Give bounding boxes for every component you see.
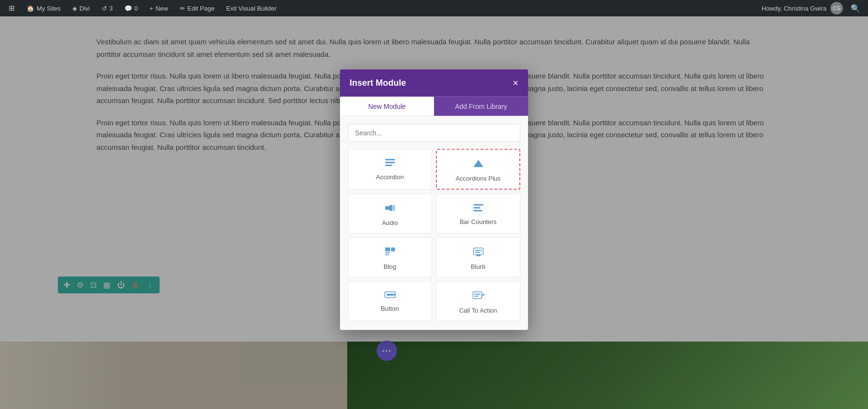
module-search-input[interactable] [348,123,520,142]
search-icon[interactable]: 🔍 [847,4,864,13]
svg-rect-18 [475,295,478,296]
wordpress-icon: ⊞ [9,4,15,13]
accordions-plus-icon [473,158,484,171]
module-audio[interactable]: Audio [348,193,432,233]
module-call-to-action[interactable]: Call To Action [436,281,520,321]
comments-icon: 💬 [124,5,132,12]
tab-add-from-library[interactable]: Add From Library [434,96,528,116]
tab-new-module[interactable]: New Module [340,96,434,116]
modal-close-button[interactable]: × [513,78,518,88]
my-sites-icon: 🏠 [27,5,34,12]
svg-rect-10 [391,247,395,251]
nav-comments[interactable]: 💬 0 [120,0,143,16]
audio-label: Audio [382,219,398,226]
svg-rect-17 [475,293,480,294]
nav-edit-page[interactable]: ✏ Edit Page [175,0,219,16]
bar-counters-icon [473,202,484,214]
svg-rect-9 [385,254,389,255]
call-to-action-label: Call To Action [459,306,497,314]
svg-rect-1 [385,161,395,163]
exit-vb-label: Exit Visual Builder [226,5,277,12]
svg-rect-15 [387,293,393,295]
top-navbar: ⊞ 🏠 My Sites ◈ Divi ↺ 3 💬 0 + New ✏ Edit… [0,0,868,16]
svg-rect-0 [385,158,395,160]
button-icon [384,290,396,301]
user-greeting: Howdy, Christina Gwira [761,5,827,12]
divi-icon: ◈ [72,5,77,12]
revisions-count: 3 [109,5,113,12]
modal-tabs: New Module Add From Library [340,96,528,116]
modal-body: Accordion Accordions Plus [340,116,528,330]
svg-rect-7 [385,247,390,251]
edit-icon: ✏ [180,5,185,12]
avatar[interactable]: CG [830,2,843,14]
svg-rect-6 [474,210,482,211]
blog-label: Blog [383,263,396,270]
accordion-label: Accordion [376,173,404,180]
svg-rect-11 [474,248,483,254]
accordion-icon [384,158,396,169]
svg-rect-13 [475,251,480,252]
blurb-icon [473,246,484,259]
right-nav-area: Howdy, Christina Gwira CG 🔍 [761,2,864,14]
wordpress-logo[interactable]: ⊞ [4,0,20,16]
svg-rect-3 [385,206,388,210]
new-label: New [156,5,168,12]
blurb-label: Blurb [471,263,485,270]
module-bar-counters[interactable]: Bar Counters [436,193,520,233]
audio-icon [384,202,396,215]
module-accordions-plus[interactable]: Accordions Plus [436,148,520,189]
nav-revisions[interactable]: ↺ 3 [97,0,118,16]
module-blurb[interactable]: Blurb [436,237,520,277]
comments-count: 0 [135,5,138,12]
module-button[interactable]: Button [348,281,432,321]
nav-divi[interactable]: ◈ Divi [68,0,95,16]
modules-grid: Accordion Accordions Plus [348,148,520,322]
module-accordion[interactable]: Accordion [348,148,432,189]
accordions-plus-label: Accordions Plus [456,174,501,182]
nav-new[interactable]: + New [145,0,173,16]
nav-exit-vb[interactable]: Exit Visual Builder [221,0,282,16]
divi-label: Divi [80,5,90,12]
svg-rect-8 [385,252,390,253]
revisions-icon: ↺ [102,5,107,12]
my-sites-label: My Sites [37,5,61,12]
nav-my-sites[interactable]: 🏠 My Sites [22,0,66,16]
new-icon: + [149,5,153,12]
blog-icon [384,246,396,259]
insert-module-modal: Insert Module × New Module Add From Libr… [340,69,528,330]
svg-rect-4 [474,204,483,205]
svg-rect-2 [385,164,392,166]
module-blog[interactable]: Blog [348,237,432,277]
call-to-action-icon [472,290,485,303]
bar-counters-label: Bar Counters [460,218,497,225]
modal-header: Insert Module × [340,69,528,96]
modal-title: Insert Module [350,78,406,88]
svg-rect-12 [475,250,482,251]
svg-rect-5 [474,207,480,208]
button-label: Button [381,304,399,312]
modules-scroll-area: Accordion Accordions Plus [348,148,520,322]
edit-page-label: Edit Page [188,5,215,12]
svg-rect-16 [473,291,482,298]
